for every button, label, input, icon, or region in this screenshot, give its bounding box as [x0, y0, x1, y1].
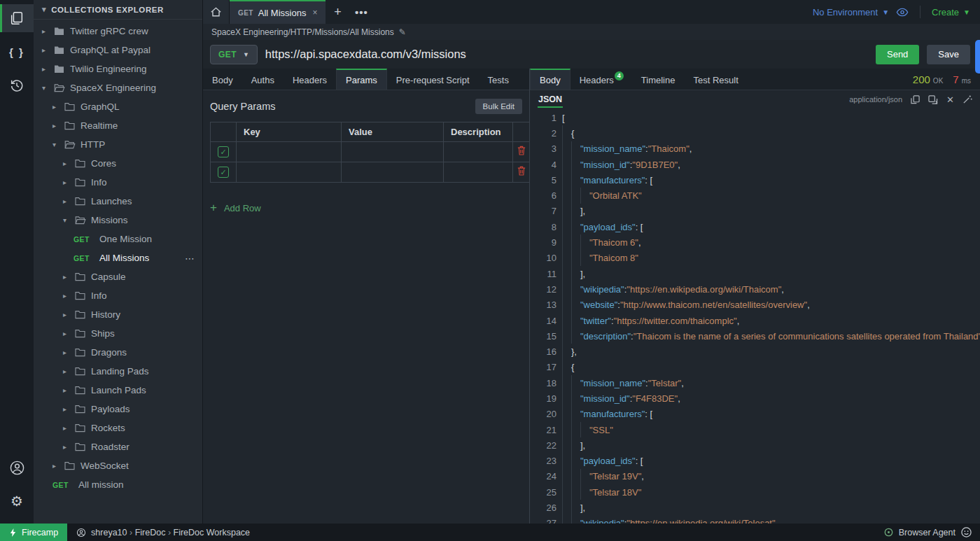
- response-tab-test-result[interactable]: Test Result: [684, 69, 747, 90]
- tree-folder-websocket[interactable]: ▸WebSocket: [34, 456, 202, 475]
- tree-folder-info[interactable]: ▸Info: [34, 286, 202, 305]
- chevron-right-icon[interactable]: ▸: [42, 27, 49, 35]
- browser-agent-status[interactable]: Browser Agent: [884, 527, 980, 538]
- description-cell[interactable]: [444, 142, 513, 162]
- tab-options-button[interactable]: •••: [349, 0, 373, 24]
- environment-selector[interactable]: No Environment ▼: [813, 7, 889, 17]
- row-enabled-checkbox[interactable]: ✓: [218, 167, 229, 178]
- bulk-edit-button[interactable]: Bulk Edit: [475, 99, 522, 114]
- send-button[interactable]: Send: [876, 45, 919, 64]
- chevron-right-icon[interactable]: ▸: [63, 443, 70, 451]
- response-tab-headers[interactable]: Headers4: [570, 69, 632, 90]
- history-nav-icon[interactable]: [0, 71, 34, 99]
- request-tab-headers[interactable]: Headers: [284, 69, 336, 90]
- tab-all-missions[interactable]: GET All Missions ×: [230, 0, 326, 24]
- json-format-tab[interactable]: JSON: [538, 92, 563, 108]
- firecamp-brand[interactable]: Firecamp: [0, 524, 67, 541]
- chevron-right-icon[interactable]: ▸: [63, 273, 70, 281]
- chevron-right-icon[interactable]: ▸: [63, 160, 70, 167]
- environments-nav-icon[interactable]: { }: [0, 38, 34, 66]
- chevron-down-icon[interactable]: ▾: [42, 84, 49, 92]
- description-cell[interactable]: [444, 162, 513, 183]
- request-tab-params[interactable]: Params: [336, 69, 387, 90]
- request-tab-auths[interactable]: Auths: [242, 69, 284, 90]
- tree-folder-spacex-engineering[interactable]: ▾SpaceX Engineering: [34, 78, 202, 97]
- preview-environment-icon[interactable]: [896, 8, 909, 17]
- value-cell[interactable]: [342, 142, 444, 162]
- request-tab-pre-request-script[interactable]: Pre-request Script: [387, 69, 479, 90]
- tree-folder-landing-pads[interactable]: ▸Landing Pads: [34, 362, 202, 381]
- edit-name-icon[interactable]: ✎: [399, 27, 406, 37]
- chevron-down-icon[interactable]: ▾: [63, 216, 70, 224]
- tree-folder-twilio-engineering[interactable]: ▸Twilio Engineering: [34, 59, 202, 78]
- chevron-down-icon[interactable]: ▾: [52, 141, 59, 148]
- folder-icon: [75, 272, 86, 282]
- settings-nav-icon[interactable]: ⚙: [0, 487, 34, 515]
- tree-folder-missions[interactable]: ▾Missions: [34, 211, 202, 230]
- chevron-right-icon[interactable]: ▸: [63, 178, 70, 186]
- tree-folder-rockets[interactable]: ▸Rockets: [34, 419, 202, 437]
- tree-folder-history[interactable]: ▸History: [34, 305, 202, 324]
- chevron-right-icon[interactable]: ▸: [63, 386, 70, 394]
- chevron-right-icon[interactable]: ▸: [42, 65, 49, 73]
- new-tab-button[interactable]: +: [326, 0, 349, 24]
- home-tab[interactable]: [203, 0, 230, 24]
- chevron-right-icon[interactable]: ▸: [52, 103, 59, 111]
- tree-folder-graphql-at-paypal[interactable]: ▸GraphQL at Paypal: [34, 41, 202, 59]
- request-tab-body[interactable]: Body: [203, 69, 242, 90]
- chevron-right-icon[interactable]: ▸: [63, 367, 70, 375]
- response-tab-timeline[interactable]: Timeline: [632, 69, 685, 90]
- key-cell[interactable]: [237, 142, 342, 162]
- tree-request-all-mission[interactable]: GETAll mission: [34, 475, 202, 494]
- collections-nav-icon[interactable]: [0, 4, 34, 32]
- row-enabled-checkbox[interactable]: ✓: [218, 146, 229, 157]
- tree-request-all-missions[interactable]: GETAll Missions⋯: [34, 248, 202, 267]
- chevron-right-icon[interactable]: ▸: [63, 311, 70, 318]
- chevron-right-icon[interactable]: ▸: [63, 330, 70, 337]
- value-cell[interactable]: [342, 162, 444, 183]
- tree-folder-http[interactable]: ▾HTTP: [34, 135, 202, 154]
- chevron-right-icon[interactable]: ▸: [63, 197, 70, 205]
- tree-folder-dragons[interactable]: ▸Dragons: [34, 343, 202, 362]
- url-input[interactable]: https://api.spacexdata.com/v3/missions: [265, 48, 868, 61]
- copy-response-icon[interactable]: [911, 95, 920, 104]
- account-nav-icon[interactable]: [0, 454, 34, 482]
- chevron-right-icon[interactable]: ▸: [52, 462, 59, 470]
- tree-folder-info[interactable]: ▸Info: [34, 173, 202, 192]
- create-button[interactable]: Create ▼: [932, 7, 970, 17]
- workspace-selector[interactable]: shreya10 › FireDoc › FireDoc Workspace: [67, 528, 250, 538]
- tree-folder-payloads[interactable]: ▸Payloads: [34, 400, 202, 419]
- tree-folder-graphql[interactable]: ▸GraphQL: [34, 97, 202, 116]
- add-row-button[interactable]: + Add Row: [210, 201, 522, 215]
- clear-response-icon[interactable]: ✕: [946, 94, 954, 105]
- chevron-right-icon[interactable]: ▸: [52, 122, 59, 129]
- explorer-header[interactable]: ▾ COLLECTIONS EXPLORER: [34, 0, 202, 20]
- request-tab-tests[interactable]: Tests: [479, 69, 518, 90]
- tree-folder-cores[interactable]: ▸Cores: [34, 154, 202, 173]
- tree-folder-roadster[interactable]: ▸Roadster: [34, 437, 202, 456]
- tree-folder-twitter-grpc-crew[interactable]: ▸Twitter gRPC crew: [34, 22, 202, 41]
- http-method-select[interactable]: GET ▼: [210, 45, 258, 64]
- tree-request-one-mission[interactable]: GETOne Mission: [34, 230, 202, 248]
- tree-folder-launches[interactable]: ▸Launches: [34, 192, 202, 211]
- tree-folder-realtime[interactable]: ▸Realtime: [34, 116, 202, 135]
- key-cell[interactable]: [237, 162, 342, 183]
- copy-formatted-icon[interactable]: [928, 95, 938, 104]
- chevron-right-icon[interactable]: ▸: [63, 424, 70, 432]
- more-options-icon[interactable]: ⋯: [185, 253, 195, 264]
- chevron-right-icon[interactable]: ▸: [42, 46, 49, 54]
- rail-bottom-group: ⚙: [0, 454, 34, 524]
- chevron-right-icon[interactable]: ▸: [63, 405, 70, 413]
- chevron-right-icon[interactable]: ▸: [63, 349, 70, 356]
- chevron-right-icon[interactable]: ▸: [63, 292, 70, 300]
- tree-folder-ships[interactable]: ▸Ships: [34, 324, 202, 343]
- side-panel-handle[interactable]: [975, 40, 980, 73]
- delete-row-icon[interactable]: [517, 146, 526, 155]
- delete-row-icon[interactable]: [517, 166, 526, 176]
- close-tab-icon[interactable]: ×: [312, 8, 317, 17]
- response-tab-body[interactable]: Body: [530, 69, 570, 90]
- tree-folder-capsule[interactable]: ▸Capsule: [34, 267, 202, 286]
- prettify-wand-icon[interactable]: [962, 94, 972, 104]
- tree-folder-launch-pads[interactable]: ▸Launch Pads: [34, 381, 202, 400]
- save-button[interactable]: Save: [927, 45, 970, 64]
